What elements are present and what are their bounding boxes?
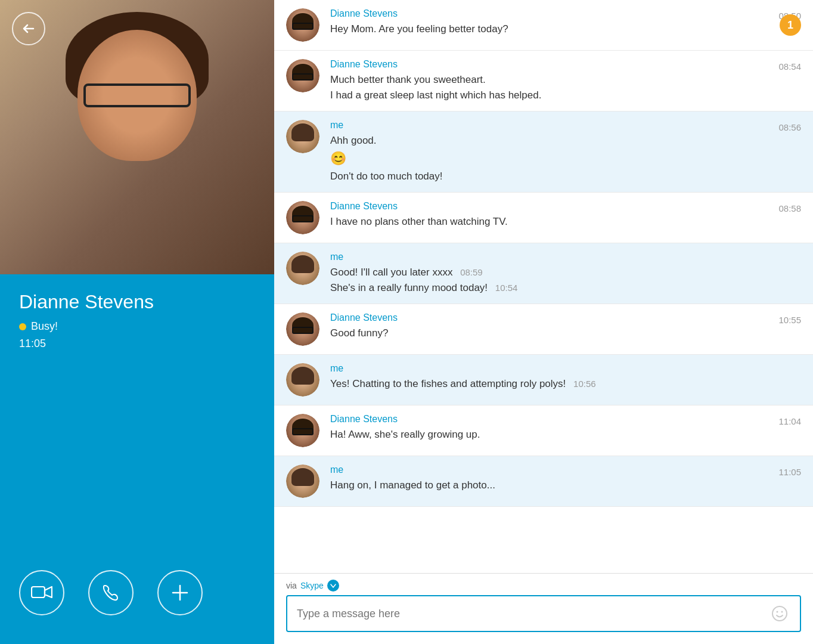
message-row: Dianne Stevens I have no plans other tha… <box>274 193 813 243</box>
voice-call-button[interactable] <box>88 570 134 615</box>
message-time: 08:54 <box>778 61 801 72</box>
message-time-inline: 10:56 <box>573 379 596 389</box>
svg-point-5 <box>781 611 783 613</box>
message-time-inline: 08:59 <box>460 267 483 277</box>
bottom-area: via Skype <box>274 573 813 644</box>
action-buttons <box>0 556 274 644</box>
photo-glasses <box>83 83 191 107</box>
contact-photo <box>0 0 274 274</box>
dianne-avatar <box>286 201 319 234</box>
message-content: Dianne Stevens I have no plans other tha… <box>330 201 801 230</box>
message-row: me Ahh good. 😊 Don't do too much today! … <box>274 112 813 193</box>
message-row: Dianne Stevens Good funny? 10:55 <box>274 304 813 355</box>
contact-info: Dianne Stevens Busy! 11:05 <box>0 274 274 556</box>
svg-point-3 <box>772 606 787 621</box>
message-content: Dianne Stevens Good funny? <box>330 312 801 341</box>
message-time: 08:58 <box>778 203 801 213</box>
me-avatar <box>286 120 319 153</box>
me-avatar <box>286 363 319 397</box>
message-text-extra: I had a great sleep last night which has… <box>330 88 801 103</box>
message-text: Hey Mom. Are you feeling better today? <box>330 21 801 37</box>
message-time: 11:05 <box>778 467 801 477</box>
notification-count: 1 <box>787 19 793 32</box>
avatar <box>286 59 319 92</box>
phone-icon <box>101 583 120 602</box>
message-text: Ha! Aww, she's really growing up. <box>330 427 801 442</box>
message-row: Dianne Stevens Ha! Aww, she's really gro… <box>274 405 813 456</box>
message-text-extra: She's in a really funny mood today! 10:5… <box>330 280 801 296</box>
avatar <box>286 414 319 447</box>
skype-dropdown-button[interactable] <box>327 580 339 592</box>
dianne-avatar <box>286 59 319 92</box>
chevron-down-icon <box>330 584 336 588</box>
sender-name: Dianne Stevens <box>330 414 801 425</box>
right-panel: Dianne Stevens Hey Mom. Are you feeling … <box>274 0 813 644</box>
status-dot <box>19 323 26 330</box>
message-input[interactable] <box>297 608 769 620</box>
me-avatar <box>286 465 319 498</box>
avatar <box>286 363 319 397</box>
avatar <box>286 120 319 153</box>
sender-name: me <box>330 120 801 131</box>
avatar <box>286 312 319 346</box>
message-text: Hang on, I managed to get a photo... <box>330 478 801 493</box>
message-row: me Yes! Chatting to the fishes and attem… <box>274 355 813 405</box>
message-content: me Yes! Chatting to the fishes and attem… <box>330 363 801 392</box>
me-avatar <box>286 252 319 285</box>
dianne-avatar <box>286 312 319 346</box>
message-content: me Hang on, I managed to get a photo... <box>330 465 801 493</box>
avatar <box>286 201 319 234</box>
messages-area: Dianne Stevens Hey Mom. Are you feeling … <box>274 0 813 573</box>
message-time: 10:55 <box>778 315 801 325</box>
message-row: me Hang on, I managed to get a photo... … <box>274 456 813 507</box>
contact-status-row: Busy! <box>19 320 255 333</box>
add-button[interactable] <box>157 570 203 615</box>
sender-name: Dianne Stevens <box>330 8 801 19</box>
back-icon <box>21 21 36 36</box>
add-icon <box>170 583 190 602</box>
left-panel: Dianne Stevens Busy! 11:05 <box>0 0 274 644</box>
message-time-extra-inline: 10:54 <box>495 283 518 293</box>
dianne-avatar <box>286 414 319 447</box>
message-row: Dianne Stevens Hey Mom. Are you feeling … <box>274 0 813 51</box>
contact-name: Dianne Stevens <box>19 291 255 313</box>
sender-name: Dianne Stevens <box>330 201 801 212</box>
message-text: Good! I'll call you later xxxx 08:59 <box>330 265 801 280</box>
emoji-button[interactable] <box>769 603 790 624</box>
video-call-button[interactable] <box>19 570 64 615</box>
message-text: Much better thank you sweetheart. <box>330 72 801 88</box>
message-emoji: 😊 <box>330 151 801 166</box>
avatar <box>286 252 319 285</box>
contact-time: 11:05 <box>19 338 255 350</box>
video-icon <box>31 584 52 601</box>
message-content: Dianne Stevens Much better thank you swe… <box>330 59 801 103</box>
message-content: Dianne Stevens Hey Mom. Are you feeling … <box>330 8 801 37</box>
message-content: Dianne Stevens Ha! Aww, she's really gro… <box>330 414 801 442</box>
message-content: me Ahh good. 😊 Don't do too much today! <box>330 120 801 184</box>
message-text: I have no plans other than watching TV. <box>330 214 801 230</box>
message-text: Good funny? <box>330 326 801 341</box>
sender-name: me <box>330 363 801 374</box>
message-text-extra: Don't do too much today! <box>330 169 801 184</box>
svg-rect-0 <box>32 587 45 597</box>
sender-name: Dianne Stevens <box>330 59 801 70</box>
svg-point-4 <box>777 611 778 613</box>
skype-link[interactable]: Skype <box>300 581 324 590</box>
message-time: 11:04 <box>778 416 801 426</box>
emoji-icon <box>771 605 788 622</box>
via-service-row: via Skype <box>274 574 813 595</box>
dianne-avatar <box>286 8 319 42</box>
message-time: 08:56 <box>778 122 801 132</box>
notification-badge: 1 <box>780 14 801 36</box>
message-text: Yes! Chatting to the fishes and attempti… <box>330 376 801 392</box>
contact-photo-background <box>0 0 274 274</box>
message-content: me Good! I'll call you later xxxx 08:59 … <box>330 252 801 295</box>
message-row: me Good! I'll call you later xxxx 08:59 … <box>274 243 813 304</box>
via-label: via <box>286 581 297 590</box>
sender-name: me <box>330 465 801 475</box>
back-button[interactable] <box>12 12 45 45</box>
message-input-container <box>286 595 801 632</box>
avatar <box>286 465 319 498</box>
message-text: Ahh good. <box>330 133 801 148</box>
message-row: Dianne Stevens Much better thank you swe… <box>274 51 813 112</box>
